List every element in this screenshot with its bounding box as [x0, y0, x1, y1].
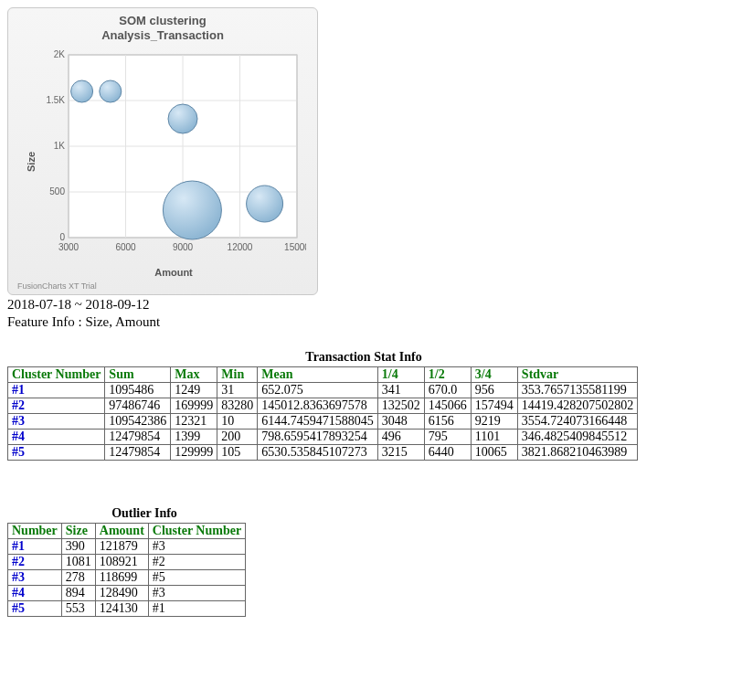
stat-table-title: Transaction Stat Info: [7, 350, 720, 365]
table-cell: 390: [61, 539, 95, 555]
table-row: #3278118699#5: [8, 570, 246, 586]
ytick-1: 500: [49, 186, 65, 196]
y-axis-label: Size: [26, 152, 37, 172]
ytick-3: 1.5K: [46, 95, 65, 105]
table-cell: 12321: [171, 414, 217, 430]
table-header: Max: [171, 367, 217, 383]
cluster-link[interactable]: #4: [8, 586, 62, 601]
table-cell: 128490: [95, 586, 148, 601]
table-row: #29748674616999983280145012.836369757813…: [8, 398, 638, 414]
chart-bubble[interactable]: [247, 186, 283, 222]
table-cell: 105: [217, 445, 258, 461]
chart-bubble[interactable]: [100, 80, 122, 102]
table-cell: 108921: [95, 555, 148, 570]
table-cell: 97486746: [105, 398, 171, 414]
table-cell: #1: [148, 601, 245, 617]
table-header: Amount: [95, 524, 148, 539]
table-header: Number: [8, 524, 62, 539]
table-header: Cluster Number: [148, 524, 245, 539]
cluster-link[interactable]: #2: [8, 555, 62, 570]
table-cell: 496: [377, 430, 424, 445]
stat-table: Cluster NumberSumMaxMinMean1/41/23/4Stdv…: [7, 366, 638, 461]
chart-title: SOM clustering Analysis_Transaction: [16, 14, 310, 42]
table-cell: 894: [61, 586, 95, 601]
table-cell: 1399: [171, 430, 217, 445]
table-cell: 798.6595417893254: [258, 430, 378, 445]
cluster-link[interactable]: #5: [8, 445, 105, 461]
chart-bubble[interactable]: [71, 80, 93, 102]
table-row: #4124798541399200798.6595417893254496795…: [8, 430, 638, 445]
x-axis-label: Amount: [41, 267, 306, 278]
table-cell: 83280: [217, 398, 258, 414]
ytick-2: 1K: [54, 141, 66, 151]
cluster-link[interactable]: #3: [8, 570, 62, 586]
table-cell: 795: [424, 430, 471, 445]
table-row: #1390121879#3: [8, 539, 246, 555]
table-cell: 1081: [61, 555, 95, 570]
cluster-link[interactable]: #3: [8, 414, 105, 430]
table-header: 3/4: [471, 367, 517, 383]
table-cell: 12479854: [105, 445, 171, 461]
ytick-4: 2K: [54, 49, 66, 59]
chart-card: SOM clustering Analysis_Transaction Size: [7, 7, 318, 295]
table-cell: 670.0: [424, 383, 471, 398]
cluster-link[interactable]: #1: [8, 539, 62, 555]
table-row: #5553124130#1: [8, 601, 246, 617]
table-cell: 10: [217, 414, 258, 430]
table-header: Stdvar: [517, 367, 638, 383]
table-header: Cluster Number: [8, 367, 105, 383]
feature-info: Feature Info : Size, Amount: [7, 314, 735, 330]
outlier-table: NumberSizeAmountCluster Number#139012187…: [7, 523, 246, 617]
table-cell: #5: [148, 570, 245, 586]
table-row: #4894128490#3: [8, 586, 246, 601]
table-cell: 118699: [95, 570, 148, 586]
table-header: Sum: [105, 367, 171, 383]
xtick-2: 9000: [173, 242, 194, 252]
cluster-link[interactable]: #4: [8, 430, 105, 445]
table-cell: 341: [377, 383, 424, 398]
table-cell: #2: [148, 555, 245, 570]
xtick-3: 12000: [228, 242, 253, 252]
table-cell: 200: [217, 430, 258, 445]
xtick-1: 6000: [115, 242, 136, 252]
table-cell: 14419.428207502802: [517, 398, 638, 414]
cluster-link[interactable]: #5: [8, 601, 62, 617]
table-cell: 1249: [171, 383, 217, 398]
table-cell: 145066: [424, 398, 471, 414]
table-cell: 346.4825409845512: [517, 430, 638, 445]
table-cell: 129999: [171, 445, 217, 461]
table-cell: 353.7657135581199: [517, 383, 638, 398]
table-cell: 31: [217, 383, 258, 398]
table-cell: 6144.7459471588045: [258, 414, 378, 430]
table-cell: 121879: [95, 539, 148, 555]
table-header: 1/4: [377, 367, 424, 383]
table-cell: 9219: [471, 414, 517, 430]
table-cell: #3: [148, 586, 245, 601]
chart-title-line2: Analysis_Transaction: [101, 28, 224, 42]
outlier-table-title: Outlier Info: [7, 506, 281, 521]
table-header: 1/2: [424, 367, 471, 383]
table-row: #21081108921#2: [8, 555, 246, 570]
table-cell: 145012.8363697578: [258, 398, 378, 414]
xtick-4: 15000: [284, 242, 306, 252]
chart-title-line1: SOM clustering: [119, 14, 206, 27]
table-cell: 109542386: [105, 414, 171, 430]
cluster-link[interactable]: #1: [8, 383, 105, 398]
table-row: #11095486124931652.075341670.0956353.765…: [8, 383, 638, 398]
chart-bubble[interactable]: [163, 181, 221, 239]
table-header: Min: [217, 367, 258, 383]
table-cell: 169999: [171, 398, 217, 414]
plot-area: Size 0 500 1K: [41, 46, 306, 278]
table-cell: 3048: [377, 414, 424, 430]
chart-bubble[interactable]: [168, 104, 197, 133]
table-cell: 6530.535845107273: [258, 445, 378, 461]
table-cell: 6156: [424, 414, 471, 430]
cluster-link[interactable]: #2: [8, 398, 105, 414]
table-cell: 1095486: [105, 383, 171, 398]
table-cell: #3: [148, 539, 245, 555]
chart-svg: 0 500 1K 1.5K 2K 3000 6000 9000 12000 15…: [41, 46, 306, 265]
table-header: Size: [61, 524, 95, 539]
table-cell: 12479854: [105, 430, 171, 445]
table-cell: 278: [61, 570, 95, 586]
table-row: #310954238612321106144.74594715880453048…: [8, 414, 638, 430]
